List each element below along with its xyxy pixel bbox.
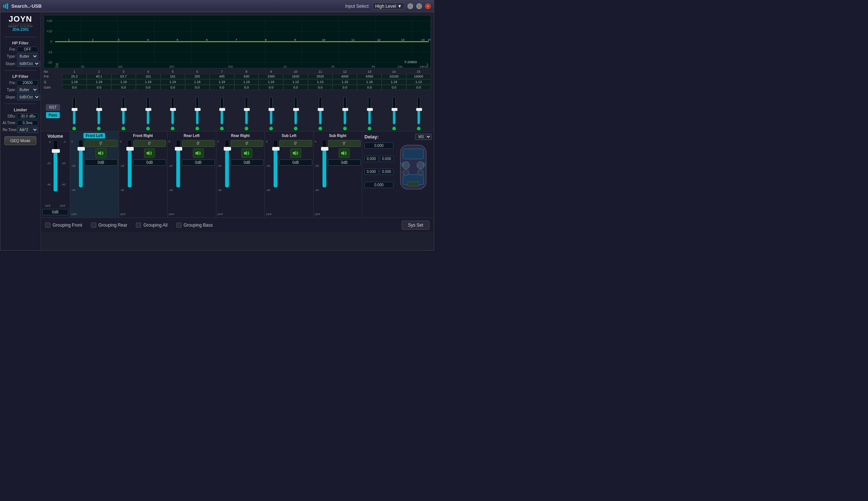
geq-mode-button[interactable]: GEQ Mode <box>4 136 36 145</box>
eq-q-4[interactable]: 1.19 <box>136 79 161 84</box>
eq-gain-9[interactable]: 0.0 <box>259 85 283 90</box>
minimize-button[interactable]: – <box>407 3 413 9</box>
pass-button[interactable]: Pass <box>46 112 60 118</box>
delay-unit-select[interactable]: MS <box>415 134 432 140</box>
fader-col-4[interactable] <box>136 92 161 130</box>
fader-col-3[interactable] <box>111 92 136 130</box>
eq-gain-15[interactable]: 0.0 <box>406 85 431 90</box>
fader-col-5[interactable] <box>161 92 185 130</box>
eq-q-14[interactable]: 1.19 <box>382 79 406 84</box>
delay-val-right2[interactable]: 0.000 <box>380 169 394 175</box>
input-select-dropdown[interactable]: High Level ▼ <box>372 3 404 10</box>
eq-q-11[interactable]: 1.13 <box>308 79 332 84</box>
eq-fre-9[interactable]: 1000 <box>259 74 283 79</box>
ch-sl-delay-btn[interactable]: 0' <box>279 140 312 147</box>
fader-col-7[interactable] <box>210 92 234 130</box>
grouping-rear-checkbox[interactable] <box>91 223 96 228</box>
eq-q-1[interactable]: 1.19 <box>62 79 87 84</box>
eq-fre-8[interactable]: 630 <box>234 74 259 79</box>
lp-fre-value[interactable]: 20600 <box>17 80 38 86</box>
eq-gain-7[interactable]: 0.0 <box>210 85 234 90</box>
eq-gain-1[interactable]: 0.0 <box>62 85 87 90</box>
ch-sr-delay-btn[interactable]: 0' <box>328 140 361 147</box>
eq-gain-10[interactable]: 0.0 <box>283 85 308 90</box>
ch-sl-track[interactable] <box>273 140 278 188</box>
fader-col-11[interactable] <box>308 92 332 130</box>
grouping-rear[interactable]: Grouping Rear <box>91 223 127 228</box>
eq-q-2[interactable]: 1.19 <box>87 79 111 84</box>
eq-fre-1[interactable]: 25.3 <box>62 74 87 79</box>
hp-type-select[interactable]: Butter <box>17 53 38 60</box>
grouping-bass-checkbox[interactable] <box>176 223 181 228</box>
ch-fl-track[interactable] <box>79 140 83 188</box>
eq-gain-13[interactable]: 0.0 <box>357 85 382 90</box>
dbu-value[interactable]: -30.0 dBu <box>17 113 38 119</box>
eq-q-6[interactable]: 1.19 <box>185 79 210 84</box>
grouping-front[interactable]: Grouping Front <box>45 223 82 228</box>
eq-q-12[interactable]: 1.19 <box>332 79 357 84</box>
eq-fre-10[interactable]: 1620 <box>283 74 308 79</box>
ch-rr-track[interactable] <box>225 140 229 188</box>
ch-fl-speaker-btn[interactable] <box>96 148 107 158</box>
delay-val-left2[interactable]: 0.000 <box>364 169 378 175</box>
eq-fre-13[interactable]: 6350 <box>357 74 382 79</box>
lp-type-select[interactable]: Butter <box>17 87 38 93</box>
fader-col-6[interactable] <box>185 92 210 130</box>
eq-q-15[interactable]: 1.13 <box>406 79 431 84</box>
ch-fl-delay-btn[interactable]: 0' <box>84 140 118 147</box>
ch-fr-delay-btn[interactable]: 0' <box>133 140 166 147</box>
lp-slope-select[interactable]: 6dB/Oct <box>17 94 40 100</box>
sys-set-button[interactable]: Sys Set <box>402 221 429 230</box>
eq-q-7[interactable]: 1.19 <box>210 79 234 84</box>
eq-fre-15[interactable]: 16000 <box>406 74 431 79</box>
ch-rl-track[interactable] <box>176 140 180 188</box>
fader-col-10[interactable] <box>283 92 308 130</box>
ch-rl-speaker-btn[interactable] <box>193 148 204 158</box>
grouping-front-checkbox[interactable] <box>45 223 50 228</box>
ch-sl-speaker-btn[interactable] <box>290 148 301 158</box>
ch-sr-speaker-btn[interactable] <box>339 148 350 158</box>
fader-col-15[interactable] <box>406 92 431 130</box>
eq-fre-6[interactable]: 250 <box>185 74 210 79</box>
eq-gain-6[interactable]: 0.0 <box>185 85 210 90</box>
ch-rl-delay-btn[interactable]: 0' <box>182 140 215 147</box>
eq-fre-14[interactable]: 10100 <box>382 74 406 79</box>
eq-gain-3[interactable]: 0.0 <box>111 85 136 90</box>
ch-fr-speaker-btn[interactable] <box>144 148 155 158</box>
eq-q-10[interactable]: 1.13 <box>283 79 308 84</box>
grouping-all[interactable]: Grouping All <box>136 223 167 228</box>
eq-q-8[interactable]: 1.19 <box>234 79 259 84</box>
eq-fre-11[interactable]: 2520 <box>308 74 332 79</box>
fader-col-9[interactable] <box>259 92 283 130</box>
volume-fader[interactable] <box>53 140 58 192</box>
eq-gain-12[interactable]: 0.0 <box>332 85 357 90</box>
rst-button[interactable]: RST <box>46 104 60 111</box>
re-time-select[interactable]: Atk*2 <box>17 127 38 133</box>
eq-gain-2[interactable]: 0.0 <box>87 85 111 90</box>
hp-fre-value[interactable]: OFF <box>17 47 38 52</box>
eq-q-3[interactable]: 1.19 <box>111 79 136 84</box>
fader-col-12[interactable] <box>332 92 357 130</box>
grouping-all-checkbox[interactable] <box>136 223 141 228</box>
close-button[interactable]: × <box>425 3 431 9</box>
ch-fr-track[interactable] <box>127 140 132 188</box>
fader-col-8[interactable] <box>234 92 259 130</box>
eq-gain-4[interactable]: 0.0 <box>136 85 161 90</box>
fader-col-2[interactable] <box>87 92 111 130</box>
eq-gain-11[interactable]: 0.0 <box>308 85 332 90</box>
fader-col-14[interactable] <box>382 92 406 130</box>
fader-col-1[interactable] <box>62 92 87 130</box>
eq-q-9[interactable]: 1.19 <box>259 79 283 84</box>
eq-gain-5[interactable]: 0.0 <box>161 85 185 90</box>
eq-fre-4[interactable]: 101 <box>136 74 161 79</box>
delay-val-bottom[interactable]: 0.000 <box>364 182 393 188</box>
delay-val-left1[interactable]: 0.000 <box>364 156 378 162</box>
eq-fre-2[interactable]: 40.1 <box>87 74 111 79</box>
eq-gain-14[interactable]: 0.0 <box>382 85 406 90</box>
delay-val-right1[interactable]: 0.000 <box>380 156 394 162</box>
eq-gain-8[interactable]: 0.0 <box>234 85 259 90</box>
eq-fre-3[interactable]: 63.7 <box>111 74 136 79</box>
at-time-value[interactable]: 0.3ms <box>17 120 38 126</box>
fader-col-13[interactable] <box>357 92 382 130</box>
eq-fre-7[interactable]: 405 <box>210 74 234 79</box>
